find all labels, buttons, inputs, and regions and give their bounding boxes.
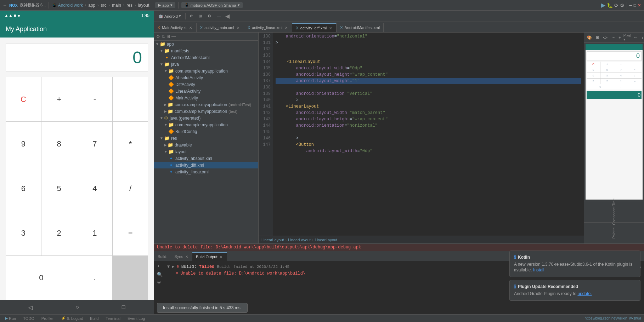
main-breadcrumb[interactable]: main <box>112 3 121 8</box>
tree-node-gen-package[interactable]: ▼ 📁 com.example.myapplication <box>154 121 258 128</box>
app-breadcrumb[interactable]: app <box>88 3 95 8</box>
calc-btn-9[interactable]: 9 <box>6 122 41 166</box>
sort-icon[interactable]: ⇅ <box>162 34 165 39</box>
calc-btn-1[interactable]: 1 <box>77 211 113 255</box>
tree-node-java[interactable]: ▼ 📁 java <box>154 61 258 68</box>
profiler-btn[interactable]: Profiler <box>39 316 56 321</box>
back-nav[interactable]: ◁ <box>28 304 33 311</box>
calc-btn-0[interactable]: 0 <box>6 256 77 300</box>
design-icon[interactable]: 🎨 <box>586 35 593 40</box>
debug-button[interactable]: 🐛 <box>607 2 613 8</box>
run-status-btn[interactable]: ▶ Run <box>3 316 18 321</box>
zoom-in-btn[interactable]: + <box>617 35 622 40</box>
minimize-tree-btn[interactable]: — <box>215 13 223 19</box>
gear-icon2[interactable]: ⚙ <box>156 34 160 39</box>
res-breadcrumb[interactable]: res <box>126 3 132 8</box>
tree-node-mainact[interactable]: 🔶 MainActivity <box>154 94 258 101</box>
settings-icon[interactable]: ⚙ <box>620 2 625 8</box>
tree-node-test[interactable]: ▶ 📁 com.example.myapplication (test) <box>154 108 258 115</box>
tab-mainactivity[interactable]: K MainActivity.kt ✕ <box>154 23 197 32</box>
layout-breadcrumb[interactable]: layout <box>138 3 149 8</box>
maximize-button[interactable]: □ <box>634 3 636 8</box>
eye-btn[interactable]: 👁 <box>157 280 163 286</box>
calc-btn-4[interactable]: 4 <box>77 166 113 211</box>
build-status-btn[interactable]: Build <box>88 316 101 321</box>
calc-btn-2[interactable]: 2 <box>41 211 77 255</box>
calc-btn-equals[interactable]: = <box>113 211 148 255</box>
calc-btn-c[interactable]: C <box>6 77 41 121</box>
gradle-update-link[interactable]: update. <box>577 291 592 296</box>
tab-activity-diff[interactable]: X activity_diff.xml ✕ <box>292 23 337 32</box>
filter-btn[interactable]: 🔍 <box>157 272 163 277</box>
tab-android-manifest[interactable]: X AndroidManifest.xml <box>337 23 384 32</box>
tab-build-output[interactable]: Build Output ✕ <box>192 252 227 261</box>
sync-project-btn[interactable]: ⟳ <box>188 13 195 19</box>
tree-node-linearact[interactable]: 🔶 LinearActivity <box>154 88 258 94</box>
collapse-btn[interactable]: ◀ <box>224 13 231 19</box>
tab-close-main[interactable]: ✕ <box>236 25 240 30</box>
calc-btn-7[interactable]: 7 <box>77 122 113 166</box>
tree-node-res[interactable]: ▼ 📁 res <box>154 135 258 142</box>
scroll-to-end-btn[interactable]: ⬇ <box>157 263 163 269</box>
sync-button[interactable]: ⟳ <box>614 2 618 8</box>
calc-btn-6[interactable]: 6 <box>6 166 41 211</box>
logcat-btn[interactable]: ⚡ 6: Logcat <box>59 316 85 321</box>
filter-icon[interactable]: ⊞ <box>166 34 170 39</box>
tab-close-linear[interactable]: ✕ <box>284 25 288 30</box>
breadcrumb-item1[interactable]: LinearLayout <box>261 238 284 242</box>
terminal-btn[interactable]: Terminal <box>103 316 123 321</box>
code-icon[interactable]: <> <box>601 35 609 40</box>
tab-activity-main[interactable]: X activity_main.xml ✕ <box>197 23 244 32</box>
expand-icon[interactable]: ↔ <box>632 35 639 40</box>
run-button[interactable]: ▶ <box>601 2 605 8</box>
tab-close-mainactivity[interactable]: ✕ <box>188 25 193 30</box>
run-config-selector[interactable]: ▶ app ▾ <box>155 2 175 8</box>
expand-arrow[interactable]: ▼ <box>167 264 170 269</box>
split-icon[interactable]: ⊞ <box>594 35 600 40</box>
tab-sync[interactable]: Sync ✕ <box>171 252 192 261</box>
calc-btn-plus[interactable]: + <box>41 77 77 121</box>
tree-node-layout[interactable]: ▼ 📁 layout <box>154 148 258 155</box>
tab-close-sync[interactable]: ✕ <box>185 254 189 259</box>
calc-btn-dot[interactable]: . <box>77 256 113 300</box>
kotlin-install-link[interactable]: Install <box>533 268 544 272</box>
tree-node-androidtest[interactable]: ▶ 📁 com.example.myapplication (androidTe… <box>154 101 258 108</box>
android-view-btn[interactable]: 🤖 Android ▾ <box>156 13 183 19</box>
calc-btn-3[interactable]: 3 <box>6 211 41 255</box>
tree-node-absoult-xml[interactable]: 🔹 activity_absoult.xml <box>154 155 258 162</box>
tab-close-build-output[interactable]: ✕ <box>219 255 223 259</box>
tree-node-diff-xml[interactable]: 🔹 activity_diff.xml <box>154 162 258 168</box>
calc-btn-8[interactable]: 8 <box>41 122 77 166</box>
android-work-breadcrumb[interactable]: 📱 Android work <box>52 3 83 8</box>
tree-node-diffact[interactable]: 🔶 DiffActivity <box>154 81 258 88</box>
tab-close-diff[interactable]: ✕ <box>328 26 333 30</box>
collapse-all-icon[interactable]: — <box>171 34 176 39</box>
calc-btn-5[interactable]: 5 <box>41 166 77 211</box>
tree-node-linear-xml[interactable]: 🔹 activity_linear.xml <box>154 168 258 175</box>
tree-node-java-generated[interactable]: ▼ ⚙ java (generated) <box>154 115 258 121</box>
tree-node-manifests[interactable]: ▼ 📁 manifests <box>154 47 258 54</box>
tab-activity-linear[interactable]: X activity_linear.xml ✕ <box>244 23 293 32</box>
tree-node-manifest-xml[interactable]: 🔸 AndroidManifest.xml <box>154 54 258 61</box>
todo-btn[interactable]: TODO <box>21 316 36 321</box>
tree-node-app[interactable]: ▼ 📁 app <box>154 41 258 47</box>
tree-node-absoulact[interactable]: 🔶 AbsolutActivity <box>154 74 258 81</box>
calc-btn-multiply[interactable]: * <box>113 122 148 166</box>
minimize-button[interactable]: ─ <box>629 3 632 8</box>
tree-node-drawable[interactable]: ▶ 📁 drawable <box>154 142 258 148</box>
back-icon[interactable]: ← <box>3 3 7 8</box>
event-log-btn[interactable]: Event Log <box>125 316 147 321</box>
calc-btn-divide[interactable]: / <box>113 166 148 211</box>
editor-code[interactable]: android:orientation="horizontal" > <Line… <box>273 33 584 236</box>
zoom-out-btn[interactable]: − <box>611 35 616 40</box>
home-nav[interactable]: ○ <box>75 304 79 310</box>
close-button[interactable]: ✕ <box>638 3 641 8</box>
tree-node-buildconfig[interactable]: 🔶 BuildConfig <box>154 128 258 135</box>
breadcrumb-item3[interactable]: LinearLayout <box>315 238 338 242</box>
recents-nav[interactable]: □ <box>122 304 125 310</box>
expand-v-icon[interactable]: ↕ <box>640 35 644 40</box>
settings-btn2[interactable]: ⚙ <box>205 13 213 19</box>
src-breadcrumb[interactable]: src <box>101 3 107 8</box>
structure-btn[interactable]: ⊞ <box>197 13 204 19</box>
tree-node-com-package[interactable]: ▼ 📁 com.example.myapplication <box>154 68 258 74</box>
